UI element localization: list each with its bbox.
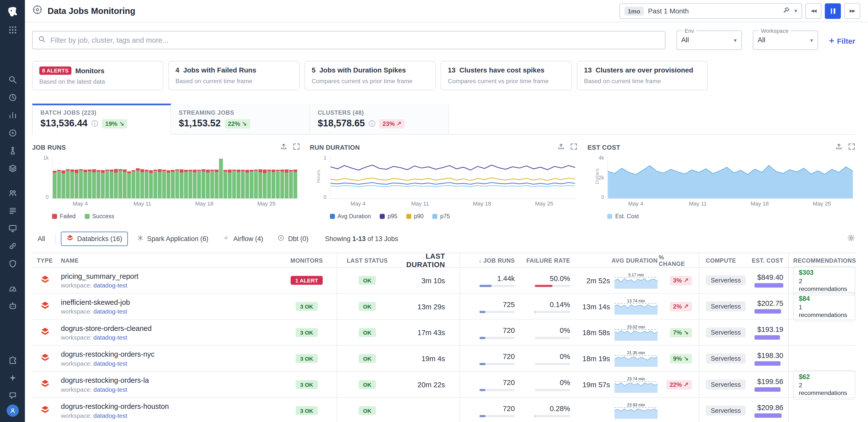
time-range-shortcut[interactable]: 1mo [624,6,644,16]
datadog-logo[interactable] [4,4,21,20]
job-name-link[interactable]: dogrus-store-orders-cleaned [61,324,277,333]
legend-item[interactable]: Avg Duration [330,213,371,220]
chevron-down-icon[interactable]: ▾ [794,8,797,14]
dashboards-icon[interactable] [4,108,21,123]
col-header-last-duration[interactable]: LAST DURATION [398,252,460,268]
workspace-link[interactable]: datadog-test [93,386,127,393]
duration-sparkline[interactable]: 21.35 min [615,350,658,367]
table-row[interactable]: dogrus-restocking-orders-la workspace: d… [32,372,855,398]
monitors-badge[interactable]: 3 OK [296,354,318,363]
duration-sparkline[interactable]: 3.17 min [615,272,658,289]
recent-history-icon[interactable] [4,90,21,105]
export-icon[interactable] [835,142,842,152]
bits-ai-icon[interactable] [4,298,21,313]
col-header-type[interactable]: TYPE [32,257,58,264]
filter-chip-all[interactable]: All [32,232,50,246]
monitors-badge[interactable]: 3 OK [296,302,318,311]
failed-runs-card[interactable]: 4 Jobs with Failed Runs Based on current… [168,61,300,90]
legend-item[interactable]: p90 [406,213,424,220]
legend-item[interactable]: p95 [380,213,397,220]
col-header-failure-rate[interactable]: FAILURE RATE [520,257,576,264]
table-row[interactable]: pricing_summary_report workspace: datado… [32,268,855,294]
user-avatar[interactable] [6,404,19,417]
col-header-monitors[interactable]: MONITORS [277,257,337,264]
workspace-link[interactable]: datadog-test [93,308,127,314]
recommendation-box[interactable]: $84 1 recommendations [793,292,855,321]
search-input[interactable] [50,36,659,44]
col-header-avg-duration[interactable]: AVG DURATION [576,257,659,264]
table-row[interactable]: dogrus-restocking-orders-houston workspa… [32,398,855,422]
search-box[interactable] [32,31,665,49]
workspace-link[interactable]: datadog-test [93,412,127,419]
env-select[interactable]: Env All ▾ [676,28,742,50]
search-icon[interactable] [4,72,21,87]
duration-sparkline[interactable]: 23.93 min [615,402,658,419]
col-header-last-status[interactable]: LAST STATUS [337,253,398,267]
filter-chip-airflow[interactable]: Airflow (4) [217,232,269,246]
table-row[interactable]: dogrus-restocking-orders-nyc workspace: … [32,346,855,372]
export-icon[interactable] [280,142,287,152]
expand-icon[interactable] [570,142,578,152]
table-row[interactable]: dogrus-store-orders-cleaned workspace: d… [32,320,855,346]
tab-streaming-jobs[interactable]: STREAMING JOBS $1,153.52 22%↘ [171,104,310,134]
run-duration-chart[interactable] [330,157,576,199]
monitors-badge[interactable]: 3 OK [296,406,318,415]
watchdog-icon[interactable] [4,125,21,141]
legend-item[interactable]: Est. Cost [607,213,639,220]
recommendation-box[interactable]: $62 2 recommendations [793,370,855,399]
job-name-link[interactable]: inefficient-skewed-job [61,298,277,307]
add-filter-button[interactable]: + Filter [829,36,855,46]
pin-icon[interactable] [783,6,790,16]
apps-grid-icon[interactable] [4,22,21,37]
software-delivery-icon[interactable] [4,280,21,296]
col-header-recommendations[interactable]: RECOMMENDATIONS [788,253,855,267]
filter-chip-dbt[interactable]: Dbt (0) [272,232,314,246]
job-runs-chart[interactable] [52,157,298,199]
monitors-card[interactable]: 8 ALERTS Monitors Based on the latest da… [32,61,163,90]
job-name-link[interactable]: dogrus-restocking-orders-houston [61,402,277,411]
cost-spikes-card[interactable]: 13 Clusters have cost spikes Compares cu… [441,61,572,90]
job-name-link[interactable]: pricing_summary_report [61,272,277,281]
table-settings-gear-icon[interactable] [847,233,855,244]
filter-chip-spark[interactable]: Spark Application (6) [131,232,214,246]
pause-button[interactable] [825,3,841,18]
legend-item[interactable]: Success [85,213,114,220]
monitors-badge[interactable]: 3 OK [296,328,318,337]
expand-icon[interactable] [292,142,300,152]
monitors-badge[interactable]: 3 OK [296,380,318,389]
copilot-sparkle-icon[interactable] [4,370,21,386]
logs-icon[interactable] [4,203,21,218]
info-icon[interactable]: ⓘ [92,119,98,128]
duration-spikes-card[interactable]: 5 Jobs with Duration Spikes Compares cur… [305,61,436,90]
time-skip-back-button[interactable]: ◀◀ [806,3,822,18]
duration-sparkline[interactable]: 23.02 min [615,324,658,341]
legend-item[interactable]: Failed [52,213,75,220]
col-header-pct-change[interactable]: % CHANGE [659,253,699,267]
workspace-link[interactable]: datadog-test [93,360,127,367]
filter-chip-databricks[interactable]: Databricks (16) [61,232,128,246]
recommendation-box[interactable]: $303 2 recommendations [793,265,855,295]
workspace-select[interactable]: Workspace All ▾ [753,28,818,50]
workspace-link[interactable]: datadog-test [93,334,127,341]
est-cost-chart[interactable] [607,157,853,199]
legend-item[interactable]: p75 [433,213,450,220]
expand-icon[interactable] [848,142,855,152]
col-header-job-runs[interactable]: ↓ JOB RUNS [460,253,521,267]
llm-observability-icon[interactable] [4,143,21,158]
organization-icon[interactable] [4,185,21,201]
help-chat-icon[interactable] [4,388,21,403]
job-name-link[interactable]: dogrus-restocking-orders-nyc [61,350,277,359]
monitors-badge[interactable]: 1 ALERT [291,276,323,285]
duration-sparkline[interactable]: 23.74 min [615,376,658,393]
info-icon[interactable]: ⓘ [369,119,375,128]
service-map-icon[interactable] [4,238,21,254]
infrastructure-icon[interactable] [4,161,21,176]
time-skip-forward-button[interactable]: ▶▶ [844,3,860,18]
integrations-icon[interactable] [4,353,21,368]
col-header-est-cost[interactable]: EST. COST [746,257,788,264]
security-icon[interactable] [4,256,21,271]
col-header-name[interactable]: NAME [58,257,277,264]
apm-icon[interactable] [4,220,21,236]
tab-clusters[interactable]: CLUSTERS (48) $18,578.65 ⓘ 23%↗ [310,104,449,134]
workspace-link[interactable]: datadog-test [93,282,127,288]
